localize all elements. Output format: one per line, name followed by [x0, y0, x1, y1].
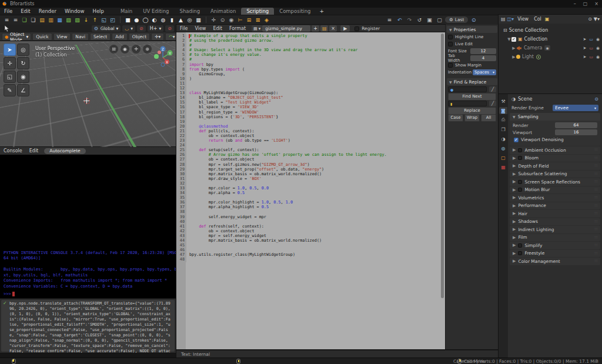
- disable-render-icon[interactable]: ◉: [596, 55, 600, 59]
- filter-icon[interactable]: ▼▾: [594, 16, 600, 22]
- import-icon[interactable]: ↓: [82, 16, 90, 24]
- tool-rotate-button[interactable]: ↻: [17, 57, 29, 69]
- tool-transform-button[interactable]: ◉: [17, 71, 29, 83]
- view-layer-tab-icon[interactable]: ❐: [499, 126, 507, 133]
- find-toggle-wrap[interactable]: Wrap: [464, 114, 480, 122]
- proportional-edit-toggle[interactable]: ⊘: [137, 25, 146, 32]
- menu-render[interactable]: Render: [35, 8, 61, 14]
- tool-measure-button[interactable]: ∠: [17, 84, 29, 96]
- workspace-tab-compositing[interactable]: Compositing: [274, 8, 316, 15]
- drag-handle-icon[interactable]: ∷: [595, 172, 598, 176]
- zoom-tool-icon[interactable]: ⊙: [219, 16, 226, 24]
- find-input[interactable]: ●: [448, 86, 487, 92]
- link-icon[interactable]: ◱: [100, 16, 108, 24]
- open-file-icon[interactable]: ❏: [29, 16, 37, 24]
- drag-handle-icon[interactable]: ∷: [595, 156, 598, 161]
- render-tab-icon[interactable]: ◙: [499, 107, 507, 114]
- panel-checkbox[interactable]: [518, 180, 522, 184]
- panel-checkbox[interactable]: [518, 251, 522, 255]
- workspace-tab-animation[interactable]: Animation: [205, 8, 241, 15]
- drag-handle-icon[interactable]: ∷: [595, 235, 598, 240]
- disable-render-icon[interactable]: ◉: [596, 37, 600, 42]
- topbar-menu-icon[interactable]: ≡: [386, 16, 393, 24]
- viewport-menu-object[interactable]: Object: [129, 33, 150, 41]
- tab-width-field[interactable]: 4: [470, 55, 496, 61]
- panel-volumetrics[interactable]: ▶Volumetrics∷: [510, 194, 600, 202]
- drag-handle-icon[interactable]: ∷: [595, 243, 598, 248]
- replace-input[interactable]: ▮: [448, 101, 487, 106]
- console-edit-menu[interactable]: Edit: [26, 148, 42, 153]
- panel-checkbox[interactable]: [518, 156, 522, 160]
- maximize-button[interactable]: ▢: [583, 1, 588, 6]
- text-datablock-dropdown[interactable]: ▤▾: [252, 25, 262, 32]
- panel-film[interactable]: ▶Film∷: [510, 234, 600, 242]
- menu-help[interactable]: Help: [88, 8, 108, 14]
- redo-icon[interactable]: ↷: [406, 16, 413, 24]
- bfa-op-icon-3[interactable]: ⊠: [254, 16, 262, 24]
- viewport-camera-icon[interactable]: ◉: [121, 45, 129, 54]
- lamp-tool-icon[interactable]: ◉: [228, 16, 235, 24]
- render-samples-field[interactable]: 64: [555, 122, 597, 128]
- expand-icon[interactable]: ▶: [511, 55, 516, 59]
- panel-subsurface-scattering[interactable]: ▶Subsurface Scattering∷: [510, 171, 600, 178]
- find-toggle-case[interactable]: Case: [448, 114, 463, 122]
- screencast-icon[interactable]: ▢: [436, 16, 443, 24]
- collection-checkbox[interactable]: ✓: [511, 37, 516, 42]
- unlink-text-button[interactable]: ×: [329, 25, 337, 32]
- mirror-toggle[interactable]: ⊘: [165, 25, 174, 32]
- undo-icon[interactable]: ↶: [396, 16, 403, 24]
- outliner-col-menu[interactable]: Col: [532, 16, 543, 22]
- hide-viewport-icon[interactable]: ▭: [589, 37, 593, 42]
- live-edit-toggle[interactable]: Live Edit: [446, 41, 499, 48]
- sampling-panel-header[interactable]: ▼ Sampling: [510, 113, 600, 121]
- panel-checkbox[interactable]: [518, 243, 522, 248]
- selectable-icon[interactable]: ➤: [583, 37, 586, 42]
- mesh-circle-icon[interactable]: ◯: [142, 16, 149, 24]
- hand-tool-icon[interactable]: ✛: [210, 16, 218, 24]
- open-recent-icon[interactable]: ▥: [47, 16, 55, 24]
- text-menu-format[interactable]: Format: [226, 26, 249, 31]
- viewport-samples-field[interactable]: 16: [555, 129, 597, 135]
- bfa-op-icon-2[interactable]: ⊞: [245, 16, 253, 24]
- drag-handle-icon[interactable]: ∷: [595, 211, 598, 216]
- search-icon[interactable]: ⊙: [470, 16, 477, 24]
- add-workspace-button[interactable]: +: [316, 8, 327, 15]
- info-log-row[interactable]: ✓ bpy.ops.node.translate_attach(TRANSFOR…: [1, 300, 175, 352]
- workspace-tab-scripting[interactable]: Scripting: [241, 8, 274, 15]
- console-menu[interactable]: Console: [0, 148, 26, 153]
- panel-simplify[interactable]: ▶Simplify∷: [510, 242, 600, 249]
- screenshot-icon[interactable]: ▣: [426, 16, 433, 24]
- outliner-row-light[interactable]: ▶ Light ➤ ▭ ◉: [499, 52, 602, 61]
- open-folder-icon[interactable]: ▤: [38, 16, 46, 24]
- outliner-row-collection[interactable]: ▼ ✓ ▣ Collection ➤ ▭ ◉: [499, 35, 602, 44]
- export-icon[interactable]: ↑: [91, 16, 99, 24]
- drag-handle-icon[interactable]: ∷: [595, 251, 598, 256]
- find-eyedropper-icon[interactable]: ╱: [489, 86, 496, 92]
- append-icon[interactable]: ◰: [109, 16, 116, 24]
- tool-tab-icon[interactable]: ⚒: [499, 98, 507, 105]
- find-toggle-all[interactable]: All: [481, 114, 496, 122]
- outliner-row-scene-collection[interactable]: ⊟ Scene Collection: [499, 26, 602, 35]
- transform-orientation-dropdown[interactable]: ⯐ Global▾: [92, 25, 121, 32]
- find-replace-panel-header[interactable]: ▼ Find & Replace: [447, 78, 497, 85]
- replace-button[interactable]: Replace: [448, 107, 496, 115]
- workspace-tab-main[interactable]: Main: [115, 8, 138, 15]
- world-tab-icon[interactable]: ◍: [499, 145, 507, 152]
- drag-handle-icon[interactable]: ∷: [595, 148, 598, 152]
- console-prompt[interactable]: >>>: [4, 292, 15, 296]
- falloff-dropdown[interactable]: H+▾: [148, 25, 163, 32]
- texture-tab-icon[interactable]: ▦: [499, 163, 507, 171]
- show-margin-checkbox[interactable]: [448, 63, 453, 68]
- selectable-icon[interactable]: ➤: [583, 55, 586, 59]
- drag-handle-icon[interactable]: ∷: [595, 227, 598, 232]
- panel-bloom[interactable]: ▶Bloom∷: [510, 155, 600, 162]
- last-operator-button[interactable]: ⚙ Last: [445, 16, 468, 23]
- highlight-line-checkbox[interactable]: [448, 35, 453, 39]
- open-text-button[interactable]: ▤: [320, 25, 328, 32]
- panel-color-management[interactable]: ▶Color Management∷: [510, 258, 600, 265]
- drag-handle-icon[interactable]: ∷: [595, 188, 598, 192]
- viewport-zoom-icon[interactable]: ⊕: [143, 45, 152, 54]
- new-text-button[interactable]: +: [312, 25, 319, 32]
- drag-handle-icon[interactable]: ∷: [595, 203, 598, 208]
- menu-file[interactable]: File: [0, 8, 16, 14]
